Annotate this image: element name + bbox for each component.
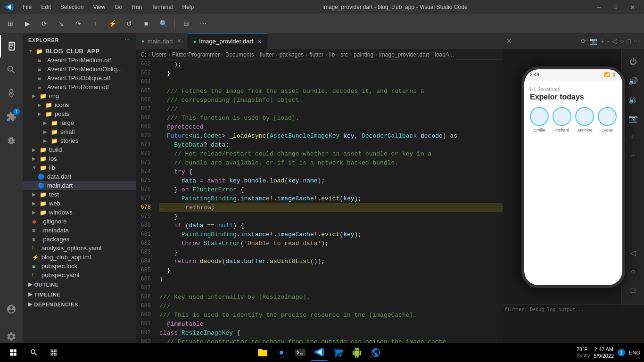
avatar-jasmine[interactable]: Jasmine [575,107,594,132]
phone-tb-2[interactable]: 📷 [589,37,597,45]
zoom-out-button[interactable]: − [625,148,642,165]
menu-go[interactable]: Go [111,3,126,11]
file-pubspec-lock[interactable]: ≡ pubspec.lock [23,262,136,271]
taskbar-store[interactable] [330,344,347,361]
menu-edit[interactable]: Edit [37,3,55,11]
toolbar-play[interactable]: ▶ [21,17,34,30]
section-outline[interactable]: ▶ OUTLINE [23,280,136,289]
zoom-in-button[interactable]: + [625,129,642,146]
tab-main-dart-close[interactable]: ✕ [177,38,182,44]
camera-button[interactable]: 📷 [625,110,642,127]
back-button[interactable]: ◁ [625,244,642,261]
file-gitignore[interactable]: ◆ .gitignore [23,217,136,226]
phone-tb-6[interactable]: ○ [620,37,624,45]
taskbar-terminal[interactable] [292,344,309,361]
close-button[interactable]: ✕ [626,2,639,12]
taskbar-chrome[interactable] [273,344,290,361]
file-data-dart[interactable]: 🔵 data.dart [23,172,136,181]
bc-file[interactable]: image_provider.dart [379,51,429,58]
volume-up-button[interactable]: 🔊 [625,72,642,89]
sidebar-more[interactable]: ⋯ [124,37,130,43]
toolbar-search[interactable]: 🔍 [157,17,170,30]
file-pubspec-yaml[interactable]: ! pubspec.yaml [23,271,136,280]
folder-web[interactable]: ▶ 📁 web [23,199,136,208]
toolbar-lightning[interactable]: ⚡ [106,17,119,30]
toolbar-step-in[interactable]: ↘ [55,17,68,30]
bc-func[interactable]: loadA... [435,51,454,58]
taskbar-search[interactable] [25,344,42,361]
code-editor[interactable]: 662 663 664 665 666 667 668 669 670 671 … [136,60,503,352]
file-avenir1[interactable]: ≡ AvenirLTProMedium.otf [23,56,136,65]
toolbar-restart[interactable]: ↺ [123,17,136,30]
toolbar-layout[interactable]: ⊟ [180,17,193,30]
bc-lib[interactable]: lib [329,51,335,58]
avatar-richard[interactable]: Richard [553,107,571,132]
bc-flutter2[interactable]: flutter [309,51,323,58]
toolbar-step-over[interactable]: ↷ [72,17,85,30]
menu-terminal[interactable]: Terminal [148,3,176,11]
avatar-emilia[interactable]: Emilia [530,107,549,132]
activity-search[interactable] [0,58,23,81]
bc-flutter[interactable]: flutter [260,51,274,58]
toolbar-hot-reload[interactable]: ⟳ [38,17,51,30]
file-avenir3[interactable]: ≡ AvenirLTProOblique.otf [23,74,136,82]
windows-start-button[interactable] [4,343,23,362]
toolbar-icon-1[interactable]: ⊞ [4,17,17,30]
folder-lib[interactable]: ▼ 📁 lib [23,163,136,172]
avatar-lucas[interactable]: Lucas [598,107,617,132]
taskbar-clock[interactable]: 2:42 AM 5/9/2022 [594,346,614,359]
folder-ios[interactable]: ▶ 📁 ios [23,154,136,163]
file-avenir4[interactable]: ≡ AvenirLTProRoman.otf [23,82,136,91]
activity-extensions[interactable]: 1 [0,106,23,128]
activity-account[interactable] [0,298,23,321]
home-button[interactable]: ○ [625,263,642,280]
taskbar-vscode[interactable] [311,344,328,361]
folder-small[interactable]: ▶ 📁 small [23,127,136,136]
phone-tb-1[interactable]: ⟳ [581,37,586,45]
tab-main-dart[interactable]: ● main.dart ✕ [136,33,188,49]
volume-down-button[interactable]: 🔉 [625,91,642,108]
activity-run-debug[interactable] [0,129,23,152]
phone-tb-more[interactable]: ⋯ [634,37,640,45]
bc-c[interactable]: C: [140,51,146,58]
activity-explorer[interactable] [0,35,23,58]
toolbar-stop[interactable]: ■ [140,17,153,30]
folder-windows[interactable]: ▶ 📁 windows [23,208,136,217]
folder-icons[interactable]: ▶ 📁 icons [23,100,136,109]
folder-img[interactable]: ▶ 📁 img [23,91,136,100]
language-indicator[interactable]: ENG [629,350,640,355]
phone-tb-3[interactable]: + [600,37,604,45]
notification-area[interactable]: 1 [618,349,625,356]
file-metadata[interactable]: ≡ .metadata [23,226,136,235]
taskbar-browser[interactable] [367,344,384,361]
phone-tb-4[interactable]: - [607,37,609,45]
taskbar-explorer[interactable] [254,344,271,361]
toolbar-more[interactable]: ⋯ [197,17,210,30]
taskbar-task-view[interactable] [45,344,62,361]
menu-file[interactable]: File [19,3,35,11]
tab-image-provider[interactable]: ● image_provider.dart ✕ [188,33,268,49]
file-packages[interactable]: ≡ .packages [23,235,136,244]
maximize-button[interactable]: □ [609,2,622,12]
bc-packages[interactable]: packages [280,51,304,58]
folder-test[interactable]: ▶ 📁 test [23,190,136,199]
tab-image-close[interactable]: ✕ [257,38,262,45]
file-analysis-options[interactable]: ! analysis_options.yaml [23,244,136,253]
root-folder[interactable]: ▼ 📁 BLOG_CLUB_APP [23,47,136,56]
recents-button[interactable]: □ [625,282,642,299]
close-panel-button[interactable]: ✕ [506,37,512,45]
menu-run[interactable]: Run [128,3,146,11]
bc-docs[interactable]: Documents [225,51,254,58]
folder-large[interactable]: ▶ 📁 large [23,118,136,127]
minimize-button[interactable]: ─ [593,2,606,12]
file-blog-club-iml[interactable]: ⚡ blog_club_app.iml [23,253,136,262]
bc-programmer[interactable]: FlutterProgrammer [172,51,220,58]
folder-posts[interactable]: ▶ 📁 posts [23,109,136,118]
phone-tb-5[interactable]: ◁ [612,37,617,45]
menu-view[interactable]: View [89,3,109,11]
bc-src[interactable]: src [340,51,348,58]
bc-users[interactable]: Users [152,51,166,58]
weather-widget[interactable]: 78°F Sunny [577,346,590,358]
file-avenir2[interactable]: ≡ AvenirLTProMediumObliq... [23,65,136,74]
taskbar-android[interactable] [348,344,365,361]
